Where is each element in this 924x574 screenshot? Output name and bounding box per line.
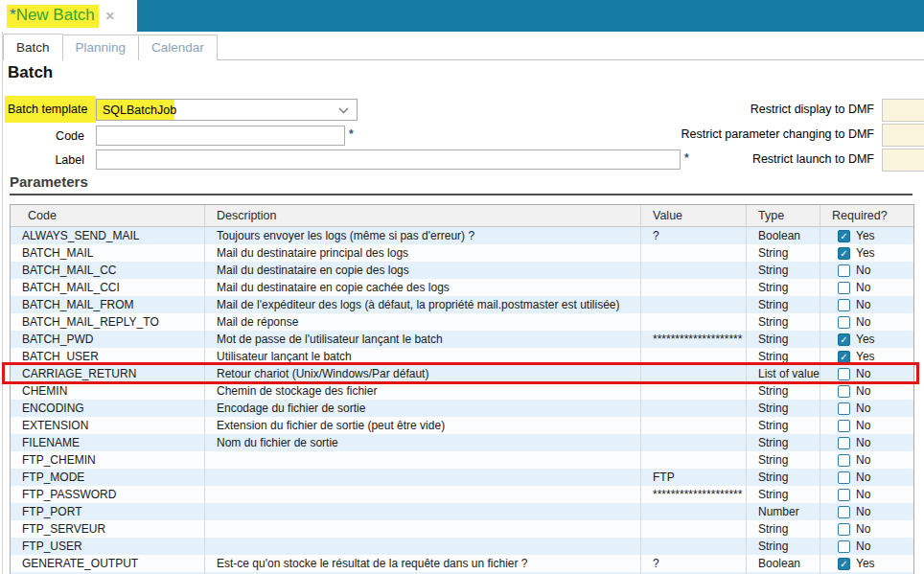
param-value <box>641 417 747 434</box>
parameters-section-title: Parameters <box>10 173 88 190</box>
table-row[interactable]: FTP_CHEMINStringNo <box>11 451 913 469</box>
table-row[interactable]: BATCH_USERUtilisateur lançant le batchSt… <box>11 348 913 365</box>
table-row[interactable]: FTP_SERVEURStringNo <box>11 520 913 538</box>
required-cell: No <box>820 520 913 538</box>
content-left-border <box>2 32 3 574</box>
restrict-launch-field[interactable] <box>882 149 924 172</box>
param-code: BATCH_MAIL <box>11 244 205 262</box>
checkbox-unchecked-icon[interactable] <box>838 523 850 536</box>
table-row[interactable]: BATCH_PWDMot de passe de l'utilisateur l… <box>11 331 913 348</box>
parameters-table: Code Description Value Type Required? AL… <box>10 204 914 574</box>
checkbox-unchecked-icon[interactable] <box>838 540 850 553</box>
param-value <box>641 279 747 296</box>
table-row[interactable]: BATCH_MAIL_CCIMail du destinataire en co… <box>11 279 913 296</box>
tab-batch[interactable]: Batch <box>3 34 63 60</box>
code-field[interactable] <box>96 126 345 146</box>
table-row[interactable]: BATCH_MAIL_FROMMail de l'expéditeur des … <box>11 296 913 313</box>
checkbox-unchecked-icon[interactable] <box>838 368 850 380</box>
param-description: Extension du fichier de sortie (peut êtr… <box>205 417 641 434</box>
param-description: Mail du destinataire en copie des logs <box>205 262 641 279</box>
param-description: Mot de passe de l'utilisateur lançant le… <box>205 331 641 348</box>
tab-planning[interactable]: Planning <box>62 34 140 60</box>
batch-template-select[interactable]: SQLBatchJob <box>96 99 358 121</box>
table-row[interactable]: EXTENSIONExtension du fichier de sortie … <box>11 417 913 434</box>
table-row[interactable]: FTP_PORTNumberNo <box>11 503 913 520</box>
app-window: { "window": { "title_mark": "*", "title_… <box>0 0 924 574</box>
required-label: No <box>856 451 870 469</box>
close-icon[interactable]: ✕ <box>105 10 115 23</box>
required-cell: No <box>820 296 913 313</box>
param-code: BATCH_USER <box>11 348 205 365</box>
param-code: BATCH_MAIL_REPLY_TO <box>11 313 205 331</box>
parameters-table-body: ALWAYS_SEND_MAILToujours envoyer les log… <box>11 227 913 574</box>
checkbox-unchecked-icon[interactable] <box>838 506 850 518</box>
param-type: String <box>747 382 820 400</box>
required-label: No <box>856 279 870 296</box>
checkbox-unchecked-icon[interactable] <box>838 299 850 311</box>
table-row[interactable]: BATCH_MAIL_CCMail du destinataire en cop… <box>11 262 913 279</box>
table-row[interactable]: CHEMINChemin de stockage des fichierStri… <box>11 382 913 400</box>
checkbox-unchecked-icon[interactable] <box>838 282 850 294</box>
param-value <box>641 244 747 262</box>
unsaved-asterisk: * <box>10 6 16 24</box>
checkbox-unchecked-icon[interactable] <box>838 264 850 277</box>
param-value <box>641 520 747 538</box>
param-description <box>205 451 641 469</box>
param-type: String <box>747 400 820 417</box>
checkbox-unchecked-icon[interactable] <box>838 437 850 449</box>
document-tab-new-batch[interactable]: *New Batch ✕ <box>0 0 137 32</box>
param-code: BATCH_MAIL_FROM <box>11 296 205 313</box>
table-row[interactable]: FILENAMENom du fichier de sortieStringNo <box>11 434 913 451</box>
checkbox-unchecked-icon[interactable] <box>838 489 850 501</box>
checkbox-unchecked-icon[interactable] <box>838 316 850 329</box>
param-value: ? <box>641 227 747 244</box>
required-cell: No <box>820 538 913 555</box>
param-description: Nom du fichier de sortie <box>205 434 641 451</box>
column-header-required[interactable]: Required? <box>820 205 913 226</box>
required-cell: No <box>820 262 913 279</box>
document-tab-title: *New Batch <box>7 5 99 28</box>
code-label: Code <box>0 129 84 143</box>
checkbox-checked-icon[interactable]: ✓ <box>838 333 850 346</box>
required-cell: ✓Yes <box>820 244 913 262</box>
checkbox-unchecked-icon[interactable] <box>838 402 850 415</box>
required-label: No <box>856 434 870 451</box>
required-cell: ✓Yes <box>820 348 913 365</box>
checkbox-checked-icon[interactable]: ✓ <box>838 230 850 242</box>
table-row[interactable]: FTP_MODEFTPStringNo <box>11 469 913 486</box>
checkbox-unchecked-icon[interactable] <box>838 420 850 432</box>
table-row[interactable]: FTP_USERStringNo <box>11 538 913 555</box>
param-value <box>641 313 747 331</box>
restrict-display-field[interactable] <box>882 99 924 122</box>
table-row[interactable]: GENERATE_OUTPUTEst-ce qu'on stocke le ré… <box>11 555 913 572</box>
param-code: CHEMIN <box>11 382 205 400</box>
column-header-description[interactable]: Description <box>205 205 641 226</box>
param-code: FTP_SERVEUR <box>11 520 205 538</box>
param-code: FILENAME <box>11 434 205 451</box>
checkbox-checked-icon[interactable]: ✓ <box>838 558 850 570</box>
restrict-parameter-field[interactable] <box>882 124 924 147</box>
param-value: ******************** <box>641 486 747 503</box>
table-row[interactable]: FTP_PASSWORD********************StringNo <box>11 486 913 503</box>
table-row[interactable]: BATCH_MAIL_REPLY_TOMail de réponseString… <box>11 313 913 331</box>
checkbox-checked-icon[interactable]: ✓ <box>838 351 850 363</box>
param-description <box>205 486 641 503</box>
column-header-value[interactable]: Value <box>641 205 747 226</box>
table-row[interactable]: BATCH_MAILMail du destinataire principal… <box>11 244 913 262</box>
code-required-mark: * <box>349 127 354 141</box>
param-value <box>641 451 747 469</box>
table-row[interactable]: ALWAYS_SEND_MAILToujours envoyer les log… <box>11 227 913 244</box>
checkbox-unchecked-icon[interactable] <box>838 454 850 467</box>
table-row[interactable]: CARRIAGE_RETURNRetour chariot (Unix/Wind… <box>11 365 913 382</box>
tab-calendar[interactable]: Calendar <box>138 34 218 60</box>
column-header-type[interactable]: Type <box>747 205 820 226</box>
checkbox-checked-icon[interactable]: ✓ <box>838 247 850 260</box>
checkbox-unchecked-icon[interactable] <box>838 385 850 398</box>
table-row[interactable]: ENCODINGEncodage du fichier de sortieStr… <box>11 400 913 417</box>
required-cell: No <box>820 400 913 417</box>
column-header-code[interactable]: Code <box>11 205 205 226</box>
parameters-table-header: Code Description Value Type Required? <box>11 205 913 227</box>
checkbox-unchecked-icon[interactable] <box>838 471 850 484</box>
param-description: Est-ce qu'on stocke le résultat de la re… <box>205 555 641 572</box>
param-type: String <box>747 417 820 434</box>
